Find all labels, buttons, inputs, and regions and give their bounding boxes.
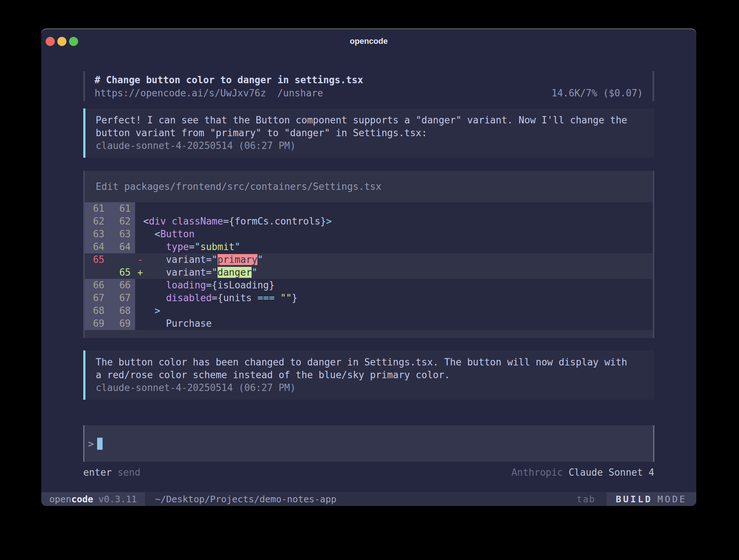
prompt-symbol: > [88, 438, 94, 449]
diff-row: 65+ variant="danger" [85, 266, 653, 279]
diff-code-segment: " [212, 267, 218, 278]
app-window: opencode # Change button color to danger… [41, 28, 696, 506]
model-name: Claude Sonnet 4 [568, 467, 654, 478]
working-directory: ~/Desktop/Projects/demo-notes-app [155, 494, 337, 505]
context-stats: 14.6K/7% ($0.07) [552, 87, 643, 99]
message-model-meta: claude-sonnet-4-20250514 (06:27 PM) [96, 381, 644, 394]
diff-marker [135, 215, 143, 228]
diff-line-number-new: 66 [107, 279, 135, 292]
diff-line-number-old [85, 266, 107, 279]
share-url: https://opencode.ai/s/UwJxv76z [95, 88, 266, 99]
diff-code-segment [143, 305, 154, 316]
edit-tool-call: Edit packages/frontend/src/containers/Se… [83, 171, 654, 338]
diff-line-number-new: 64 [107, 241, 135, 253]
diff-row: 6262 <div className={formCs.controls}> [85, 215, 653, 228]
diff-line-number-new: 63 [107, 228, 135, 241]
session-subheader: https://opencode.ai/s/UwJxv76z/unshare 1… [95, 87, 643, 99]
diff-line-number-old: 65 [85, 253, 107, 266]
diff-code-line [143, 202, 653, 215]
key-hint-enter: enter [83, 467, 112, 478]
window-title: opencode [41, 37, 696, 46]
diff-code-segment: " [252, 267, 257, 278]
diff-line-number-new: 68 [107, 304, 135, 317]
model-indicator: Anthropic Claude Sonnet 4 [512, 466, 654, 479]
diff-code-segment: submit [200, 241, 235, 252]
diff-line-number-old: 63 [85, 228, 107, 241]
diff-line-number-old: 67 [85, 292, 107, 304]
diff-row: 6363 <Button [85, 228, 653, 241]
hint-row: enter send Anthropic Claude Sonnet 4 [83, 466, 654, 479]
diff-code-segment: type [166, 241, 189, 252]
diff-code-line: loading={isLoading} [143, 279, 653, 292]
diff-code-segment: ={formCs.controls} [223, 216, 326, 227]
diff-code-line: disabled={units === ""} [143, 292, 653, 304]
diff-marker [135, 241, 143, 253]
diff-code-segment: variant= [143, 267, 212, 278]
message-lines: Perfect! I can see that the Button compo… [96, 114, 644, 139]
diff-line-number-old: 64 [85, 241, 107, 253]
diff-line-number-old: 68 [85, 304, 107, 317]
app-name-code: code [71, 494, 93, 505]
diff-code-line: variant="danger" [143, 266, 653, 279]
diff-code-segment: " [257, 254, 263, 265]
diff-marker [135, 292, 143, 304]
message-model-meta: claude-sonnet-4-20250514 (06:27 PM) [96, 139, 644, 152]
diff-code-segment: " [195, 241, 200, 252]
diff-marker [135, 304, 143, 317]
diff-code-segment: ={units [212, 292, 257, 303]
provider-name: Anthropic [512, 467, 563, 478]
diff-marker [135, 279, 143, 292]
diff-code-segment: loading [166, 280, 206, 291]
mode-indicator[interactable]: BUILD MODE [606, 492, 696, 506]
diff-row: 6969 Purchase [85, 317, 653, 330]
diff-line-number-new [107, 253, 135, 266]
diff-code-segment: ={isLoading} [206, 280, 275, 291]
diff-marker [135, 317, 143, 330]
prompt-input[interactable]: > [83, 425, 654, 462]
message-line: a red/rose color scheme instead of the b… [96, 369, 644, 381]
diff-line-number-new: 69 [107, 317, 135, 330]
assistant-message-2: The button color has been changed to dan… [83, 350, 654, 400]
share-row: https://opencode.ai/s/UwJxv76z/unshare [95, 87, 323, 99]
diff-code-line: variant="primary" [143, 253, 653, 266]
diff-row: 6868 > [85, 304, 653, 317]
diff-code-segment: " [234, 241, 240, 252]
diff-line-number-old: 66 [85, 279, 107, 292]
message-line: The button color has been changed to dan… [96, 356, 644, 369]
assistant-message-1: Perfect! I can see that the Button compo… [83, 108, 654, 158]
window-titlebar: opencode [41, 28, 696, 50]
diff-code-segment: className [172, 216, 223, 227]
diff-line-number-new: 61 [107, 202, 135, 215]
diff-code-segment: variant= [143, 254, 212, 265]
diff-line-number-new: 62 [107, 215, 135, 228]
diff-code-segment: } [292, 292, 298, 303]
edit-tool-title: Edit packages/frontend/src/containers/Se… [96, 180, 642, 193]
key-hint-tab: tab [577, 494, 595, 505]
send-hint: enter send [83, 466, 141, 479]
diff-code-segment [143, 280, 166, 291]
diff-code-segment: > [326, 216, 332, 227]
diff-code-segment: = [189, 241, 195, 252]
app-version-chip: opencode v0.3.11 [41, 492, 145, 506]
session-header: # Change button color to danger in setti… [83, 71, 654, 101]
diff-line-number-old: 69 [85, 317, 107, 330]
diff-code-segment: "" [280, 292, 292, 303]
diff-row: 6767 disabled={units === ""} [85, 292, 653, 304]
diff-code-segment: disabled [166, 292, 212, 303]
diff-code-segment [166, 216, 172, 227]
diff-code-line: <Button [143, 228, 653, 241]
diff-code-segment: primary [218, 254, 258, 265]
diff-code-segment [143, 241, 166, 252]
mode-name: BUILD [616, 494, 652, 505]
diff-code-line: <div className={formCs.controls}> [143, 215, 653, 228]
message-lines: The button color has been changed to dan… [96, 356, 644, 381]
session-title: # Change button color to danger in setti… [95, 73, 643, 87]
diff-code-line: type="submit" [143, 241, 653, 253]
diff-marker [135, 228, 143, 241]
app-version: v0.3.11 [98, 494, 137, 505]
diff-row: 6666 loading={isLoading} [85, 279, 653, 292]
diff-row: 65- variant="primary" [85, 253, 653, 266]
diff-code-line: Purchase [143, 317, 653, 330]
diff-code-segment: > [154, 305, 160, 316]
diff-code-segment: div [149, 216, 166, 227]
